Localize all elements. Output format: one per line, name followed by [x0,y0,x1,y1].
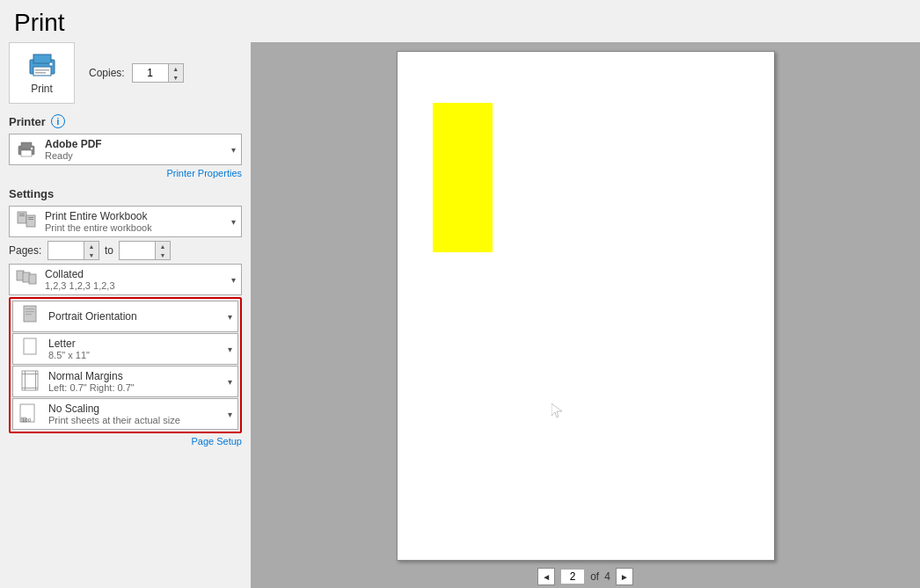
svg-text:100: 100 [22,417,32,423]
print-what-sub: Print the entire workbook [45,222,224,233]
margins-icon [18,370,41,393]
printer-dropdown[interactable]: Adobe PDF Ready ▾ [9,134,242,165]
svg-rect-10 [18,212,26,223]
info-icon[interactable]: i [51,114,65,128]
right-panel: ◄ of 4 ► [251,42,920,588]
orientation-arrow: ▾ [228,312,232,322]
svg-point-9 [31,148,33,149]
printer-properties-link[interactable]: Printer Properties [9,168,242,178]
paper-size-main: Letter [48,338,221,350]
settings-section-header: Settings [9,187,242,200]
print-what-dropdown[interactable]: Print Entire Workbook Print the entire w… [9,206,242,237]
svg-rect-27 [22,374,38,374]
svg-rect-8 [21,150,32,156]
cursor-indicator [551,403,562,419]
svg-rect-2 [33,67,51,76]
pages-row: Pages: ▲ ▼ to ▲ ▼ [9,239,242,262]
print-what-arrow: ▾ [231,217,236,227]
pages-to-spinner: ▲ ▼ [155,242,170,259]
scaling-text: No Scaling Print sheets at their actual … [48,403,221,425]
current-page-input[interactable] [560,569,585,584]
printer-section-label: Printer [9,115,46,128]
pages-to-input-box: ▲ ▼ [119,241,171,260]
orientation-dropdown[interactable]: Portrait Orientation ▾ [12,301,238,332]
pages-to-label: to [105,244,113,257]
print-what-main: Print Entire Workbook [45,210,224,222]
copies-up-button[interactable]: ▲ [169,64,183,73]
collation-icon [15,268,38,291]
printer-info: Adobe PDF Ready [45,138,224,161]
pages-from-input-box: ▲ ▼ [47,241,99,260]
copies-input-box: ▲ ▼ [132,63,184,83]
scaling-main: No Scaling [48,403,221,415]
paper-size-text: Letter 8.5" x 11" [48,338,221,360]
margins-sub: Left: 0.7" Right: 0.7" [48,382,221,393]
nav-total-pages: 4 [604,570,610,583]
copies-area: Copies: ▲ ▼ [89,63,184,83]
collation-arrow: ▾ [231,275,236,285]
paper-size-arrow: ▾ [228,345,232,354]
scaling-arrow: ▾ [228,410,232,419]
margins-main: Normal Margins [48,370,221,382]
collation-sub: 1,2,3 1,2,3 1,2,3 [45,280,224,291]
scaling-dropdown[interactable]: 100 No Scaling Print sheets at their act… [12,398,238,430]
pages-to-down[interactable]: ▼ [156,250,170,259]
svg-rect-3 [35,69,49,71]
pages-from-down[interactable]: ▼ [84,250,99,259]
svg-point-5 [49,62,53,66]
print-what-text: Print Entire Workbook Print the entire w… [45,210,224,233]
svg-rect-14 [28,217,33,218]
svg-rect-4 [35,72,46,74]
copies-spinner: ▲ ▼ [168,64,183,82]
collation-text: Collated 1,2,3 1,2,3 1,2,3 [45,268,224,291]
margins-dropdown[interactable]: Normal Margins Left: 0.7" Right: 0.7" ▾ [12,366,238,397]
orientation-icon [18,305,41,328]
svg-rect-13 [19,215,25,216]
margins-arrow: ▾ [228,377,232,387]
paper-size-icon [18,338,41,360]
nav-of-label: of [590,570,599,583]
preview-yellow-rect [433,103,493,252]
next-page-button[interactable]: ► [616,568,633,585]
copies-input[interactable] [133,65,168,81]
svg-rect-12 [19,214,25,214]
collation-main: Collated [45,268,224,280]
paper-size-dropdown[interactable]: Letter 8.5" x 11" ▾ [12,333,238,365]
printer-section: Printer i Adobe PDF Ready ▾ [9,114,242,178]
svg-rect-28 [22,388,38,388]
svg-rect-23 [24,338,36,354]
page-title: Print [0,0,920,42]
pages-from-input[interactable] [48,243,84,258]
left-panel: Print Copies: ▲ ▼ Printer i [0,42,251,588]
printer-status: Ready [45,150,224,161]
svg-marker-32 [551,403,562,417]
settings-section: Settings Print Entire Workbook Print t [9,187,242,579]
scaling-sub: Print sheets at their actual size [48,415,221,425]
svg-rect-1 [33,54,51,63]
pages-from-spinner: ▲ ▼ [84,242,99,259]
scaling-icon: 100 [18,403,41,425]
print-btn-area: Print Copies: ▲ ▼ [9,42,242,104]
pages-from-up[interactable]: ▲ [84,242,99,250]
svg-rect-18 [29,274,36,284]
print-button[interactable]: Print [9,42,75,104]
paper-size-sub: 8.5" x 11" [48,350,221,360]
pages-to-input[interactable] [120,243,155,258]
page-setup-link[interactable]: Page Setup [9,436,242,446]
svg-rect-22 [26,314,32,315]
printer-name: Adobe PDF [45,138,224,150]
prev-page-button[interactable]: ◄ [537,568,555,585]
svg-rect-11 [26,215,35,227]
pages-label: Pages: [9,244,42,257]
copies-label: Copies: [89,67,125,79]
print-button-label: Print [31,83,53,95]
print-what-icon [15,210,38,233]
print-icon [26,51,58,79]
orientation-text: Portrait Orientation [48,310,221,323]
pages-to-up[interactable]: ▲ [156,242,170,250]
page-preview [397,51,775,561]
copies-down-button[interactable]: ▼ [169,73,183,82]
orientation-main: Portrait Orientation [48,310,221,323]
collation-dropdown[interactable]: Collated 1,2,3 1,2,3 1,2,3 ▾ [9,264,242,295]
printer-small-icon [15,138,38,161]
